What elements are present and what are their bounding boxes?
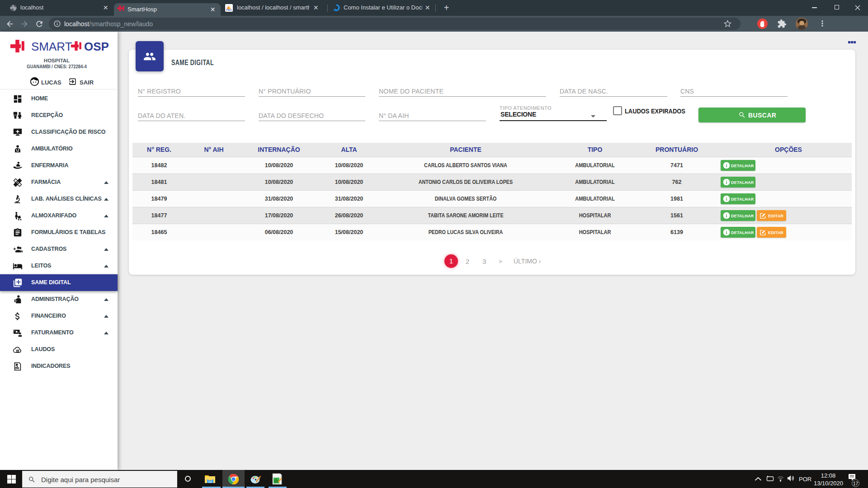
- svg-text:PMA: PMA: [226, 9, 231, 11]
